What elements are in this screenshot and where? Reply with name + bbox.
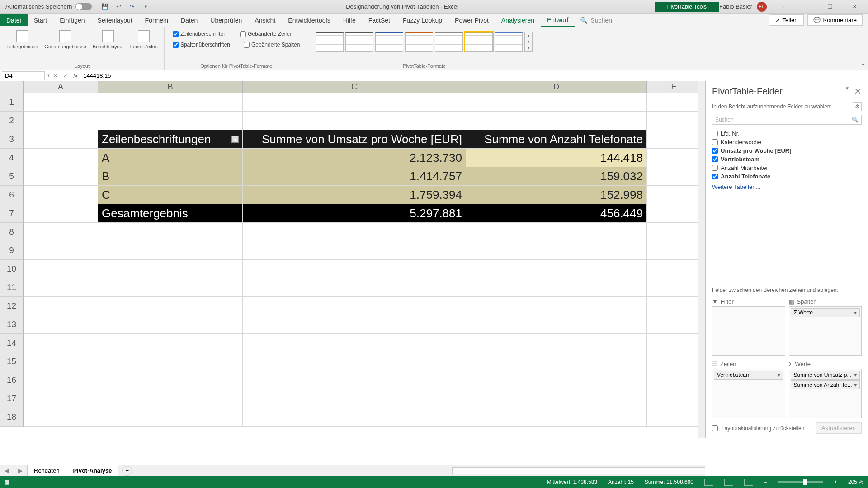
cell[interactable] bbox=[466, 223, 647, 241]
cell[interactable] bbox=[647, 334, 701, 352]
cell[interactable] bbox=[243, 315, 466, 334]
save-icon[interactable]: 💾 bbox=[101, 3, 109, 11]
row-header[interactable]: 8 bbox=[0, 223, 24, 241]
col-header-e[interactable]: E bbox=[647, 81, 701, 93]
cell[interactable] bbox=[24, 204, 98, 223]
fieldpane-tools-icon[interactable]: ⚙ bbox=[853, 102, 862, 111]
update-button[interactable]: Aktualisieren bbox=[816, 422, 862, 434]
field-item[interactable]: Vertriebsteam bbox=[712, 155, 862, 164]
cell[interactable] bbox=[243, 371, 466, 389]
values-dropzone[interactable]: Summe von Umsatz p...▾ Summe von Anzahl … bbox=[789, 369, 862, 418]
add-sheet-button[interactable]: + bbox=[122, 466, 132, 476]
row-header[interactable]: 12 bbox=[0, 297, 24, 315]
cell[interactable] bbox=[24, 260, 98, 278]
subtotals-button[interactable]: Teilergebnisse bbox=[5, 29, 40, 51]
cell[interactable] bbox=[243, 93, 466, 112]
tab-seitenlayout[interactable]: Seitenlayout bbox=[91, 14, 139, 26]
cell[interactable] bbox=[466, 112, 647, 130]
reportlayout-button[interactable]: Berichtslayout bbox=[91, 29, 126, 51]
cell[interactable] bbox=[243, 260, 466, 278]
cell[interactable] bbox=[466, 315, 647, 334]
tab-entwurf[interactable]: Entwurf bbox=[541, 14, 575, 27]
tell-me-search[interactable]: 🔍 Suchen bbox=[580, 17, 612, 24]
view-pagebreak-icon[interactable] bbox=[744, 479, 753, 486]
tab-analysieren[interactable]: Analysieren bbox=[495, 14, 541, 26]
field-item[interactable]: Umsatz pro Woche [EUR] bbox=[712, 146, 862, 155]
columns-dropzone[interactable]: Σ Werte▾ bbox=[789, 306, 862, 356]
fieldpane-dropdown-icon[interactable]: ▼ bbox=[845, 86, 849, 97]
tab-formeln[interactable]: Formeln bbox=[139, 14, 175, 26]
cell[interactable]: A bbox=[98, 149, 243, 167]
col-header-c[interactable]: C bbox=[243, 81, 466, 93]
sheet-nav-next[interactable]: ▶ bbox=[14, 467, 27, 474]
qat-dropdown-icon[interactable]: ▼ bbox=[142, 3, 150, 11]
field-item[interactable]: Anzahl Mitarbeiter bbox=[712, 164, 862, 172]
ribbon-mode-icon[interactable]: ▭ bbox=[771, 0, 791, 13]
cell[interactable] bbox=[24, 149, 98, 167]
tab-daten[interactable]: Daten bbox=[175, 14, 204, 26]
fieldpane-search[interactable]: Suchen 🔍 bbox=[712, 115, 862, 125]
tab-einfuegen[interactable]: Einfügen bbox=[53, 14, 91, 26]
cell[interactable]: Summe von Anzahl Telefonate bbox=[466, 130, 647, 149]
style-thumb[interactable] bbox=[435, 32, 463, 52]
cell[interactable] bbox=[98, 93, 243, 112]
sheet-tab-pivot[interactable]: Pivot-Analyse bbox=[66, 465, 118, 477]
field-checkbox[interactable] bbox=[712, 131, 718, 136]
cell[interactable]: 152.998 bbox=[466, 186, 647, 204]
cell[interactable] bbox=[647, 389, 701, 408]
cell[interactable] bbox=[24, 93, 98, 112]
cell[interactable] bbox=[24, 241, 98, 260]
row-header[interactable]: 15 bbox=[0, 352, 24, 371]
cell[interactable] bbox=[647, 93, 701, 112]
cell[interactable] bbox=[98, 278, 243, 297]
vertical-scrollbar[interactable] bbox=[698, 81, 705, 438]
cell[interactable] bbox=[647, 297, 701, 315]
cell[interactable]: 144.418 bbox=[466, 149, 647, 167]
cell[interactable] bbox=[24, 389, 98, 408]
horizontal-scrollbar[interactable] bbox=[452, 467, 705, 474]
row-header[interactable]: 4 bbox=[0, 149, 24, 167]
row-header[interactable]: 7 bbox=[0, 204, 24, 223]
style-thumb[interactable] bbox=[375, 32, 403, 52]
cell[interactable]: B bbox=[98, 167, 243, 186]
rows-dropzone[interactable]: Vertriebsteam▾ bbox=[712, 369, 785, 418]
comments-button[interactable]: 💬 Kommentare bbox=[807, 14, 863, 26]
row-header[interactable]: 6 bbox=[0, 186, 24, 204]
cell[interactable] bbox=[24, 186, 98, 204]
row-header[interactable]: 16 bbox=[0, 371, 24, 389]
autosave-toggle[interactable] bbox=[75, 3, 92, 10]
cell[interactable] bbox=[24, 408, 98, 427]
cell[interactable] bbox=[243, 223, 466, 241]
cell[interactable] bbox=[466, 278, 647, 297]
cell[interactable] bbox=[647, 278, 701, 297]
area-item[interactable]: Σ Werte▾ bbox=[791, 308, 860, 317]
tab-factset[interactable]: FactSet bbox=[362, 14, 396, 26]
cell[interactable] bbox=[243, 334, 466, 352]
sheet-tab-rohdaten[interactable]: Rohdaten bbox=[27, 465, 66, 476]
close-icon[interactable]: ✕ bbox=[844, 0, 864, 13]
cell[interactable]: 1.759.394 bbox=[243, 186, 466, 204]
col-header-a[interactable]: A bbox=[24, 81, 98, 93]
area-item[interactable]: Summe von Anzahl Te...▾ bbox=[791, 380, 860, 389]
tab-powerpivot[interactable]: Power Pivot bbox=[448, 14, 495, 26]
sheet-nav-prev[interactable]: ◀ bbox=[0, 467, 14, 474]
cell[interactable] bbox=[466, 93, 647, 112]
chk-col-headers[interactable]: Spaltenüberschriften bbox=[173, 42, 230, 48]
cancel-formula-icon[interactable]: ✕ bbox=[51, 72, 61, 79]
cell[interactable] bbox=[24, 167, 98, 186]
row-header[interactable]: 2 bbox=[0, 112, 24, 130]
style-thumb[interactable] bbox=[316, 32, 344, 52]
row-header[interactable]: 5 bbox=[0, 167, 24, 186]
defer-layout-checkbox[interactable] bbox=[712, 425, 718, 431]
chk-banded-rows[interactable]: Gebänderte Zeilen bbox=[240, 31, 292, 37]
cell[interactable] bbox=[98, 352, 243, 371]
cell[interactable]: Summe von Umsatz pro Woche [EUR] bbox=[243, 130, 466, 149]
zoom-slider[interactable] bbox=[778, 481, 823, 483]
style-thumb[interactable] bbox=[345, 32, 373, 52]
field-checkbox[interactable] bbox=[712, 148, 718, 154]
collapse-ribbon-icon[interactable]: ⌃ bbox=[861, 62, 865, 69]
minimize-icon[interactable]: — bbox=[796, 0, 816, 13]
field-item[interactable]: Kalenderwoche bbox=[712, 138, 862, 146]
formula-bar[interactable]: 144418,15 bbox=[80, 72, 868, 80]
row-header[interactable]: 13 bbox=[0, 315, 24, 334]
